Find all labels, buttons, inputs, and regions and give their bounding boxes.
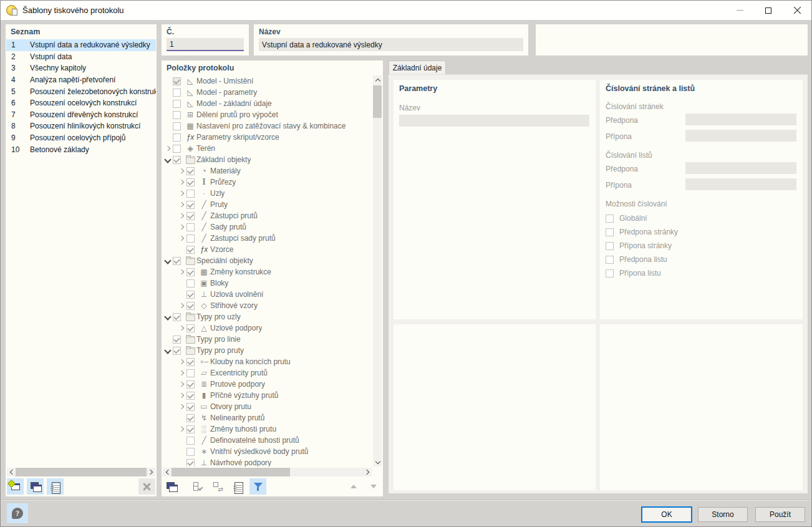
- sheet-suffix-input[interactable]: [685, 178, 796, 190]
- list-horizontal-scrollbar[interactable]: [7, 468, 155, 476]
- expander-icon[interactable]: [163, 143, 173, 153]
- tree-item[interactable]: ◇ Střihové vzory: [163, 300, 372, 311]
- tree-item-checkbox[interactable]: [173, 111, 181, 119]
- tree-item[interactable]: ⊥ Návrhové podpory: [163, 457, 372, 467]
- tree-item[interactable]: ╱ Zástupci prutů: [163, 210, 372, 221]
- apply-from-database-button[interactable]: [230, 478, 246, 495]
- tree-item[interactable]: ░ Změny tuhosti prutu: [163, 423, 372, 435]
- tree-item-checkbox[interactable]: [186, 392, 195, 400]
- minimize-button[interactable]: [725, 1, 754, 20]
- expander-icon[interactable]: [176, 379, 186, 389]
- tree-item-checkbox[interactable]: [173, 257, 181, 265]
- tab-basic-data[interactable]: Základní údaje: [389, 60, 446, 75]
- tree-item[interactable]: ▮ Příčné výztuhy prutů: [163, 390, 372, 401]
- tree-item-checkbox[interactable]: [173, 100, 181, 108]
- expander-icon[interactable]: [176, 390, 186, 400]
- tree-item[interactable]: I Průřezy: [163, 176, 372, 188]
- option-checkbox[interactable]: [606, 269, 614, 278]
- tree-item-checkbox[interactable]: [186, 190, 195, 198]
- apply-button[interactable]: Použít: [755, 507, 805, 522]
- tree-item-checkbox[interactable]: [173, 313, 181, 321]
- expander-icon[interactable]: [176, 357, 186, 367]
- expander-icon[interactable]: [163, 312, 173, 322]
- tree-item-checkbox[interactable]: [186, 437, 195, 445]
- tree-item[interactable]: ƒx Parametry skriput/vzorce: [163, 132, 372, 143]
- number-input[interactable]: 1: [167, 38, 244, 51]
- filter-button[interactable]: [249, 478, 266, 495]
- tree-item[interactable]: ▭ Otvory prutu: [163, 401, 372, 412]
- tree-item[interactable]: ╱ Zástupci sady prutů: [163, 233, 372, 244]
- expander-icon[interactable]: [176, 323, 186, 333]
- tree-item[interactable]: ▦ Nastavení pro zatěžovací stavy & kombi…: [163, 120, 372, 132]
- check-all-button[interactable]: [190, 478, 206, 495]
- copy-template-button[interactable]: [27, 478, 44, 495]
- tree-item[interactable]: · Uzly: [163, 188, 372, 199]
- tree-item[interactable]: Typy pro pruty: [163, 345, 372, 356]
- scrollbar-thumb[interactable]: [16, 468, 147, 476]
- tree-item[interactable]: Typy pro linie: [163, 334, 372, 345]
- list-item[interactable]: 8 Posouzení hliníkových konstrukcí: [6, 120, 156, 132]
- option-checkbox[interactable]: [606, 256, 614, 264]
- tree-item-checkbox[interactable]: [186, 414, 195, 422]
- expander-icon[interactable]: [176, 166, 186, 176]
- tree-item[interactable]: ◺ Model - Umístění: [163, 75, 372, 87]
- list-item[interactable]: 7 Posouzení dřevěných konstrukcí: [6, 109, 156, 121]
- tree-item[interactable]: ∗ Vnitřní výsledkové body prutů: [163, 446, 372, 457]
- scrollbar-thumb[interactable]: [172, 468, 290, 476]
- delete-template-button[interactable]: [138, 478, 155, 495]
- tree-item-checkbox[interactable]: [173, 77, 181, 85]
- tree-item-checkbox[interactable]: [173, 145, 181, 153]
- tree-item-checkbox[interactable]: [173, 122, 181, 130]
- list-item[interactable]: 1 Vstupní data a redukované výsledky: [6, 39, 156, 51]
- expander-icon[interactable]: [176, 233, 186, 243]
- tree-vertical-scrollbar[interactable]: [373, 75, 382, 467]
- tree-item[interactable]: △ Uzlové podpory: [163, 322, 372, 334]
- tree-item[interactable]: ◺ Model - základní údaje: [163, 98, 372, 109]
- scroll-left-icon[interactable]: [163, 468, 172, 476]
- tree-item[interactable]: ⊞ Dělení prutů pro výpočet: [163, 109, 372, 120]
- tree-item-checkbox[interactable]: [186, 201, 195, 209]
- tree-item[interactable]: ▦ Změny konstrukce: [163, 266, 372, 278]
- tree-item[interactable]: ▣ Bloky: [163, 278, 372, 289]
- tree-item[interactable]: Speciální objekty: [163, 255, 372, 266]
- tree-item-checkbox[interactable]: [186, 448, 195, 456]
- tree-item[interactable]: ƒx Vzorce: [163, 244, 372, 255]
- ok-button[interactable]: OK: [641, 506, 692, 523]
- expander-icon[interactable]: [176, 267, 186, 277]
- tree-item-checkbox[interactable]: [173, 347, 181, 355]
- toggle-check-button[interactable]: [210, 478, 226, 495]
- list-item[interactable]: 6 Posouzení ocelových konstrukcí: [6, 97, 156, 109]
- tree-item[interactable]: ◺ Model - parametry: [163, 87, 372, 98]
- name-input[interactable]: Vstupní data a redukované výsledky: [259, 38, 523, 51]
- help-button[interactable]: [7, 503, 28, 523]
- move-up-button[interactable]: [345, 478, 362, 495]
- sheet-prefix-input[interactable]: [685, 162, 796, 174]
- tree-item-checkbox[interactable]: [186, 380, 195, 389]
- scroll-down-icon[interactable]: [373, 458, 382, 467]
- expander-icon[interactable]: [176, 200, 186, 210]
- page-suffix-input[interactable]: [685, 130, 796, 142]
- tree-item-checkbox[interactable]: [186, 403, 195, 411]
- tree-item-checkbox[interactable]: [186, 268, 195, 276]
- copy-item-button[interactable]: [163, 478, 180, 495]
- tree-item[interactable]: ╱ Definovatelné tuhosti prutů: [163, 435, 372, 446]
- tree-item[interactable]: ◈ Terén: [163, 143, 372, 154]
- page-prefix-input[interactable]: [685, 114, 796, 125]
- tree-item-checkbox[interactable]: [186, 324, 195, 332]
- tree-item-checkbox[interactable]: [186, 358, 195, 366]
- tree-item[interactable]: ▱ Excentricity prutů: [163, 367, 372, 379]
- list-item[interactable]: 9 Posouzení ocelových přípojů: [6, 132, 156, 144]
- expander-icon[interactable]: [163, 346, 173, 355]
- tree-item[interactable]: Typy pro uzly: [163, 311, 372, 322]
- tree-item-checkbox[interactable]: [186, 302, 195, 310]
- option-checkbox[interactable]: [606, 242, 614, 250]
- tree-item-checkbox[interactable]: [186, 246, 195, 254]
- list-item[interactable]: 10 Betonové základy: [6, 143, 156, 155]
- expander-icon[interactable]: [163, 155, 173, 165]
- expander-icon[interactable]: [176, 301, 186, 311]
- tree-item-checkbox[interactable]: [186, 279, 195, 288]
- tree-item[interactable]: ╱ Sady prutů: [163, 221, 372, 233]
- expander-icon[interactable]: [176, 222, 186, 232]
- tree-item[interactable]: ≣ Prutové podpory: [163, 379, 372, 390]
- tree-item-checkbox[interactable]: [173, 133, 181, 142]
